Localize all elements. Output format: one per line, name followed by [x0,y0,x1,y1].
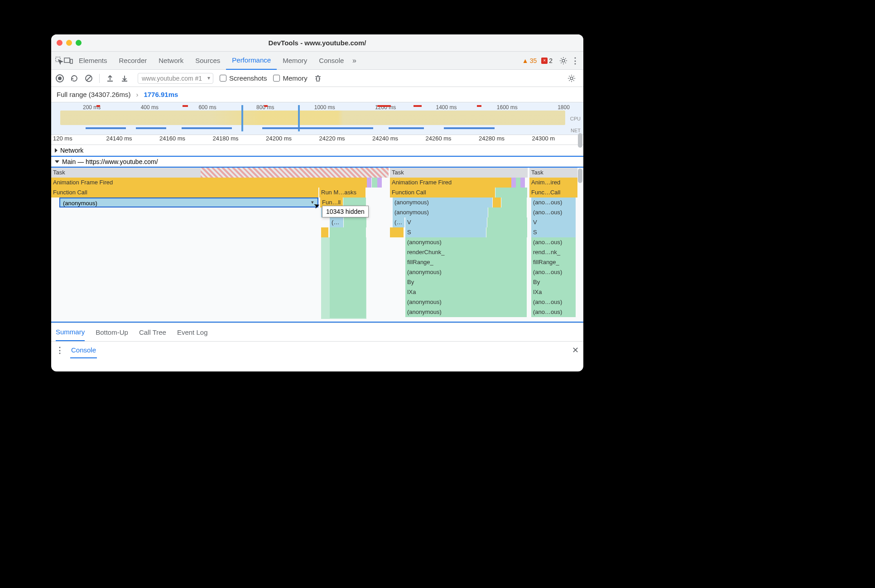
svg-point-3 [562,59,565,62]
flame-slice[interactable] [377,178,382,188]
record-button[interactable] [56,74,64,82]
flame-aff[interactable]: Anim…ired [529,178,577,188]
upload-icon[interactable] [106,74,114,82]
flame-anon[interactable]: (ano…ous) [531,307,576,317]
tab-recorder[interactable]: Recorder [113,52,153,70]
flame-slice[interactable] [372,178,377,188]
device-toolbar-icon[interactable] [64,56,73,65]
flame-slice[interactable] [516,178,520,188]
clear-button[interactable] [85,74,93,82]
flame-chart[interactable]: Task Animation Frame Fired Function Call… [51,167,583,323]
flame-functioncall[interactable]: Function Call [51,188,318,198]
flame-anon[interactable]: (anonymous) [393,198,492,207]
flame-anon[interactable]: (anonymous) [405,237,527,247]
tab-eventlog[interactable]: Event Log [177,324,208,341]
tab-sources[interactable]: Sources [189,52,226,70]
memory-checkbox[interactable]: Memory [273,74,307,82]
flame-anon[interactable]: (ano…ous) [531,198,576,207]
flame-anonymous-selected[interactable]: (anonymous) [59,198,318,207]
flame-s[interactable]: S [531,227,576,237]
flame-long-task[interactable] [201,168,389,178]
warnings-badge[interactable]: ▲ 35 [522,57,537,64]
flame-ixa[interactable]: IXa [405,287,527,297]
kebab-menu-icon[interactable]: ⋮ [571,56,580,65]
flame-functioncall[interactable]: Function Call [390,188,495,198]
perf-toolbar: www.youtube.com #1 Screenshots Memory [51,70,583,87]
flame-paren[interactable]: (… [330,217,343,227]
breadcrumb-full[interactable]: Full range (34307.26ms) [57,91,130,98]
more-tabs-icon[interactable]: » [350,56,359,65]
flame-anon[interactable]: (anonymous) [405,267,527,277]
flame-anon[interactable]: (anonymous) [393,207,488,217]
flame-slice[interactable] [495,188,527,198]
flame-anon[interactable]: (anonymous) [405,297,527,307]
reload-button[interactable] [70,74,78,82]
overview-minimap[interactable]: 200 ms400 ms600 ms800 ms1000 ms1200 ms14… [51,102,583,135]
flame-anon[interactable]: (ano…ous) [531,207,576,217]
flame-fill[interactable]: fillRange_ [405,257,527,267]
flame-slice[interactable] [501,198,527,207]
main-track[interactable]: Main — https://www.youtube.com/ [51,156,583,167]
network-track[interactable]: Network [51,145,583,156]
expand-icon [55,160,59,163]
tab-bottomup[interactable]: Bottom-Up [96,324,128,341]
tab-performance[interactable]: Performance [226,52,277,70]
flame-fill[interactable]: fillRange_ [531,257,576,267]
flame-anon[interactable]: (anonymous) [405,307,527,317]
overview-marker [413,105,422,107]
garbage-collect-icon[interactable] [314,74,322,82]
flame-run-microtasks[interactable]: Run M…asks [319,188,365,198]
flame-functioncall[interactable]: Func…Call [529,188,577,198]
flame-anon[interactable]: (ano…ous) [531,297,576,307]
scroll-thumb[interactable] [578,169,582,183]
flame-v[interactable]: V [405,217,487,227]
flame-render[interactable]: rend…nk_ [531,247,576,257]
breadcrumb-current[interactable]: 1776.91ms [144,91,178,98]
tab-network[interactable]: Network [153,52,189,70]
profile-select[interactable]: www.youtube.com #1 [138,73,213,84]
flame-task[interactable]: Task [390,168,528,178]
scroll-thumb[interactable] [578,133,582,148]
tab-memory[interactable]: Memory [277,52,313,70]
flame-slice[interactable] [390,227,404,237]
flame-anon[interactable]: (ano…ous) [531,267,576,277]
flame-render[interactable]: renderChunk_ [405,247,527,257]
flame-task[interactable]: Task [529,168,577,178]
flame-anon[interactable]: (ano…ous) [531,237,576,247]
inspect-element-icon[interactable] [55,56,64,65]
console-drawer: ⋮ Console ✕ [51,342,583,359]
flame-slice[interactable] [486,227,527,237]
flame-by[interactable]: By [405,277,527,287]
flame-v[interactable]: V [531,217,576,227]
flame-slice[interactable] [488,207,527,217]
download-icon[interactable] [120,74,129,82]
flame-ixa[interactable]: IXa [531,287,576,297]
tab-calltree[interactable]: Call Tree [139,324,166,341]
flame-aff[interactable]: Animation Frame Fired [51,178,367,188]
kebab-menu-icon[interactable]: ⋮ [56,345,64,355]
errors-badge[interactable]: × 2 [541,57,553,64]
flame-slice[interactable] [367,178,371,188]
settings-icon[interactable] [559,56,568,65]
flame-slice[interactable] [511,178,516,188]
drawer-tab-console[interactable]: Console [70,342,97,358]
flame-slice[interactable] [344,217,366,227]
flame-slice[interactable] [520,178,525,188]
flame-stack[interactable] [321,237,366,319]
tab-console[interactable]: Console [313,52,350,70]
flame-slice[interactable] [487,217,527,227]
flame-paren[interactable]: (… [393,217,404,227]
flame-aff[interactable]: Animation Frame Fired [390,178,511,188]
screenshots-checkbox[interactable]: Screenshots [220,74,267,82]
tab-elements[interactable]: Elements [73,52,113,70]
tab-summary[interactable]: Summary [56,323,85,341]
panel-settings-icon[interactable] [567,74,576,83]
flame-slice[interactable] [321,227,328,237]
close-drawer-icon[interactable]: ✕ [572,345,579,355]
window-title: DevTools - www.youtube.com/ [51,39,583,47]
flame-s[interactable]: S [405,227,486,237]
flame-by[interactable]: By [531,277,576,287]
detail-ruler[interactable]: 120 ms24140 ms24160 ms24180 ms24200 ms24… [51,135,583,145]
svg-point-8 [570,77,573,80]
flame-slice[interactable] [493,198,501,207]
